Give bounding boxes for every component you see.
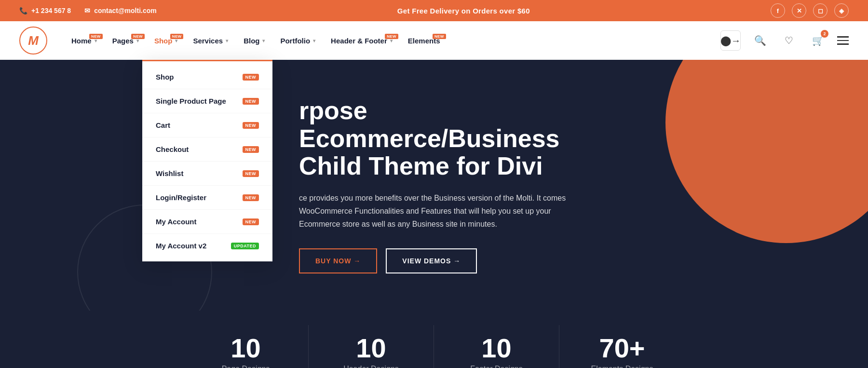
dropdown-label-my-account-v2: My Account v2 [156, 242, 206, 250]
nav-item-blog[interactable]: Blog ▾ [237, 33, 271, 49]
stat-header-designs: 10 Header Designs [309, 325, 434, 368]
wishlist-button[interactable]: ♡ [779, 31, 799, 50]
search-icon: 🔍 [754, 35, 766, 46]
dropdown-badge-single-product: NEW [243, 98, 259, 105]
dropdown-badge-checkout: NEW [243, 146, 259, 153]
search-button[interactable]: 🔍 [750, 31, 770, 50]
nav-label-portfolio: Portfolio [280, 37, 310, 45]
top-bar: 📞 +1 234 567 8 ✉ contact@molti.com Get F… [0, 0, 868, 21]
main-header: M Home NEW ▾ Pages NEW ▾ Shop NEW ▾ Serv… [0, 21, 868, 60]
dropdown-label-my-account: My Account [156, 218, 196, 226]
instagram-icon[interactable]: ◻ [813, 3, 827, 18]
cart-count: 2 [821, 30, 828, 38]
dropdown-item-shop[interactable]: Shop NEW [142, 65, 272, 89]
logo-letter: M [28, 33, 39, 48]
stat-elements-designs: 70+ Elements Designs [559, 325, 685, 368]
nav-label-header-footer: Header & Footer [331, 37, 387, 45]
dropdown-label-shop: Shop [156, 73, 174, 81]
dropdown-item-checkout[interactable]: Checkout NEW [142, 137, 272, 162]
nav-item-services[interactable]: Services ▾ [186, 33, 235, 49]
dropdown-label-checkout: Checkout [156, 145, 189, 153]
stat-label-pages: Page Designs [193, 365, 298, 368]
chevron-down-icon: ▾ [262, 38, 265, 43]
stats-section: 10 Page Designs 10 Header Designs 10 Foo… [0, 311, 868, 368]
nav-badge-home: NEW [89, 34, 103, 39]
dropdown-item-wishlist[interactable]: Wishlist NEW [142, 162, 272, 186]
nav-label-home: Home [71, 37, 92, 45]
dropdown-badge-login-register: NEW [243, 194, 259, 201]
stat-page-designs: 10 Page Designs [183, 325, 309, 368]
dropdown-item-my-account[interactable]: My Account NEW [142, 210, 272, 234]
dropdown-badge-my-account: NEW [243, 218, 259, 225]
dropdown-label-cart: Cart [156, 121, 170, 129]
dropdown-item-my-account-v2[interactable]: My Account v2 UPDATED [142, 234, 272, 258]
stat-number-elements: 70+ [569, 335, 675, 362]
stat-label-footers: Footer Designs [444, 365, 549, 368]
stat-number-footers: 10 [444, 335, 549, 362]
site-logo[interactable]: M [19, 27, 47, 55]
dropdown-item-single-product[interactable]: Single Product Page NEW [142, 89, 272, 113]
nav-badge-elements: NEW [433, 34, 446, 39]
nav-item-portfolio[interactable]: Portfolio ▾ [273, 33, 322, 49]
hamburger-menu[interactable] [837, 36, 849, 45]
nav-item-shop[interactable]: Shop NEW ▾ [148, 33, 185, 49]
facebook-icon[interactable]: f [771, 3, 785, 18]
promo-message: Get Free Delivery on Orders over $60 [397, 7, 530, 15]
email-icon: ✉ [84, 7, 90, 14]
hero-buttons: BUY NOW → VIEW DEMOS → [299, 248, 579, 273]
chevron-down-icon: ▾ [313, 38, 315, 43]
nav-label-blog: Blog [244, 37, 259, 45]
stat-number-pages: 10 [193, 335, 298, 362]
login-icon: ⬤→ [720, 35, 741, 46]
heart-icon: ♡ [785, 35, 793, 46]
dropdown-item-login-register[interactable]: Login/Register NEW [142, 186, 272, 210]
social-links: f ✕ ◻ ◈ [771, 3, 849, 18]
buy-now-button[interactable]: BUY NOW → [299, 248, 377, 273]
nav-label-shop: Shop [154, 37, 173, 45]
phone-number: +1 234 567 8 [31, 7, 71, 14]
dropdown-badge-shop: NEW [243, 74, 259, 81]
twitter-x-icon[interactable]: ✕ [792, 3, 806, 18]
dropdown-label-login-register: Login/Register [156, 193, 206, 202]
hero-description: ce provides you more benefits over the B… [299, 191, 579, 231]
hero-title: rpose Ecommerce/Business Child Theme for… [299, 97, 579, 180]
header-actions: ⬤→ 🔍 ♡ 🛒 2 [720, 30, 849, 51]
shop-dropdown: Shop NEW Single Product Page NEW Cart NE… [142, 60, 272, 261]
hero-content: rpose Ecommerce/Business Child Theme for… [299, 97, 579, 273]
dropdown-badge-wishlist: NEW [243, 170, 259, 177]
hamburger-line-3 [837, 43, 849, 45]
dribbble-icon[interactable]: ◈ [834, 3, 849, 18]
stat-label-elements: Elements Designs [569, 365, 675, 368]
hero-decorative-circle [665, 60, 868, 243]
view-demos-button[interactable]: VIEW DEMOS → [386, 248, 477, 273]
nav-item-header-footer[interactable]: Header & Footer NEW ▾ [324, 33, 399, 49]
nav-badge-header-footer: NEW [385, 34, 398, 39]
nav-item-home[interactable]: Home NEW ▾ [65, 33, 104, 49]
dropdown-label-wishlist: Wishlist [156, 169, 183, 177]
hamburger-line-2 [837, 40, 849, 41]
stat-label-headers: Header Designs [318, 365, 424, 368]
phone-contact[interactable]: 📞 +1 234 567 8 [19, 7, 71, 14]
main-nav: Home NEW ▾ Pages NEW ▾ Shop NEW ▾ Servic… [65, 33, 720, 49]
header-wrapper: M Home NEW ▾ Pages NEW ▾ Shop NEW ▾ Serv… [0, 21, 868, 60]
phone-icon: 📞 [19, 7, 27, 14]
stat-number-headers: 10 [318, 335, 424, 362]
nav-item-pages[interactable]: Pages NEW ▾ [106, 33, 146, 49]
dropdown-item-cart[interactable]: Cart NEW [142, 113, 272, 137]
hamburger-line-1 [837, 36, 849, 38]
nav-item-elements[interactable]: Elements NEW [401, 33, 447, 49]
email-address: contact@molti.com [94, 7, 157, 14]
email-contact[interactable]: ✉ contact@molti.com [84, 7, 157, 14]
hero-title-line1: rpose Ecommerce/Business [299, 96, 560, 152]
dropdown-badge-cart: NEW [243, 122, 259, 129]
dropdown-badge-my-account-v2: UPDATED [231, 243, 259, 249]
nav-label-services: Services [193, 37, 223, 45]
chevron-down-icon: ▾ [226, 38, 228, 43]
hero-section: rpose Ecommerce/Business Child Theme for… [0, 60, 868, 311]
top-bar-left: 📞 +1 234 567 8 ✉ contact@molti.com [19, 7, 157, 14]
cart-button[interactable]: 🛒 2 [808, 31, 827, 50]
nav-label-pages: Pages [112, 37, 134, 45]
hero-title-line2: Child Theme for Divi [299, 152, 543, 180]
login-button[interactable]: ⬤→ [720, 30, 741, 51]
nav-badge-shop: NEW [170, 34, 184, 39]
